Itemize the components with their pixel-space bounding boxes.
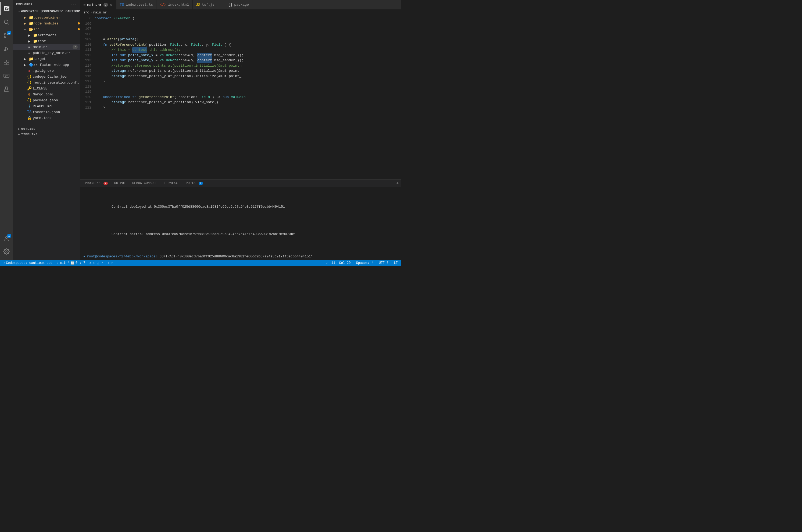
status-errors[interactable]: ⊗ 0 △ 7	[89, 261, 104, 265]
ports-label: PORTS	[186, 182, 195, 185]
package-json-icon: {}	[27, 98, 32, 103]
svg-point-5	[4, 50, 6, 51]
yarn-lock-label: yarn.lock	[33, 116, 80, 120]
artifacts-label: artifacts	[38, 33, 80, 37]
panel-tab-problems[interactable]: PROBLEMS 7	[82, 180, 110, 187]
activity-bar-extensions[interactable]	[0, 56, 13, 69]
tab-main-nr[interactable]: ≡ main.nr 7 ✕	[80, 0, 116, 10]
main-nr-close-button[interactable]: ✕	[110, 2, 113, 8]
sidebar-timeline-section[interactable]: ▶ TIMELINE	[13, 132, 80, 137]
activity-bar-source-control[interactable]: 1	[0, 29, 13, 42]
code-line-109: #[aztec(private)]	[95, 37, 401, 42]
tab-tsf-js[interactable]: JS tsf.js	[193, 0, 225, 10]
problems-label: PROBLEMS	[85, 182, 100, 185]
outline-chevron: ▶	[18, 127, 20, 131]
tab-index-test-ts[interactable]: TS index.test.ts	[116, 0, 156, 10]
sidebar-header: Explorer ...	[13, 0, 80, 8]
activity-bar-remote[interactable]	[0, 69, 13, 82]
tree-item-node-modules[interactable]: ▶ 📁 node_modules	[13, 20, 80, 26]
breadcrumb-sep: ›	[90, 11, 92, 15]
src-chevron: ▾	[23, 27, 27, 32]
code-line-122: }	[95, 105, 401, 110]
sidebar-outline-section[interactable]: ▶ OUTLINE	[13, 126, 80, 132]
status-line-ending[interactable]: LF	[393, 261, 399, 265]
remote-icon: ⚡	[3, 261, 5, 265]
tree-item-devcontainer[interactable]: ▶ 📁 .devcontainer	[13, 15, 80, 20]
tabs-bar: ≡ main.nr 7 ✕ TS index.test.ts </> index…	[80, 0, 401, 10]
status-remote-ports[interactable]: ⚡ 2	[107, 261, 114, 265]
activity-bar-run[interactable]	[0, 42, 13, 55]
terminal-content[interactable]: Contract deployed at 0x300ec37ba0ff025d8…	[80, 187, 401, 260]
node-modules-dot	[78, 22, 80, 24]
code-line-117: }	[95, 79, 401, 84]
activity-bar-search[interactable]	[0, 16, 13, 28]
zk-factor-chevron: ▶	[23, 62, 27, 67]
panel: PROBLEMS 7 OUTPUT DEBUG CONSOLE TERMINAL	[80, 179, 401, 260]
editor-area: ≡ main.nr 7 ✕ TS index.test.ts </> index…	[80, 0, 401, 260]
accounts-badge: 1	[7, 234, 11, 238]
tree-item-codegen-cache[interactable]: {} codegenCache.json	[13, 74, 80, 79]
output-label: OUTPUT	[114, 182, 126, 185]
tree-item-src[interactable]: ▾ 📂 src	[13, 26, 80, 32]
terminal-line-2: Contract partial address 0x037ea570c2c1b…	[83, 227, 398, 242]
devcontainer-folder-icon: 📁	[29, 15, 33, 20]
tree-item-artifacts[interactable]: ▶ 📁 artifacts	[13, 32, 80, 38]
status-remote-button[interactable]: ⚡ Codespaces: cautious cod	[2, 261, 54, 265]
panel-tab-ports[interactable]: PORTS 2	[183, 180, 205, 187]
codegen-cache-label: codegenCache.json	[33, 75, 80, 79]
package-json-label: package.json	[33, 98, 80, 102]
terminal-line-1: Contract deployed at 0x300ec37ba0ff025d8…	[83, 200, 398, 215]
terminal-line-3: ● root@codespaces-f274eb:~/workspace# CO…	[83, 254, 398, 259]
tree-item-main-nr[interactable]: ≡ main.nr 7	[13, 44, 80, 50]
code-line-6: contract ZKFactor {	[95, 16, 401, 21]
panel-tab-terminal[interactable]: TERMINAL	[161, 180, 182, 187]
sidebar-menu-button[interactable]: ...	[70, 3, 77, 6]
src-folder-icon: 📂	[29, 27, 33, 32]
activity-bar-accounts[interactable]: 1	[0, 232, 13, 245]
tree-item-tsconfig[interactable]: TS tsconfig.json	[13, 109, 80, 115]
status-encoding[interactable]: UTF-8	[378, 261, 390, 265]
tree-item-zk-factor-web-app[interactable]: ▶ 🔷 zk-factor-web-app	[13, 62, 80, 68]
tab-package[interactable]: {} package	[225, 0, 257, 10]
tree-item-test[interactable]: ▶ 📁 test	[13, 38, 80, 44]
timeline-label: TIMELINE	[21, 133, 38, 136]
tree-item-package-json[interactable]: {} package.json	[13, 97, 80, 103]
status-branch[interactable]: ⑂ main* 🔄 0 ↓ 7	[56, 261, 86, 265]
license-icon: 🔑	[27, 86, 32, 91]
problems-badge: 7	[104, 182, 108, 185]
status-left: ⚡ Codespaces: cautious cod ⑂ main* 🔄 0 ↓…	[2, 261, 114, 265]
breadcrumb-src[interactable]: src	[83, 11, 89, 15]
tree-item-nargo-toml[interactable]: ⚙ Nargo.toml	[13, 91, 80, 97]
yarn-lock-icon: 🔒	[27, 116, 32, 120]
breadcrumb-file[interactable]: main.nr	[93, 11, 107, 15]
tree-item-gitignore[interactable]: ◈ .gitignore	[13, 68, 80, 74]
panel-tab-output[interactable]: OUTPUT	[112, 180, 129, 187]
tree-item-target[interactable]: ▶ 📁 target	[13, 56, 80, 62]
workspace-title[interactable]: ▾ WORKSPACE [CODESPACES: CAUTIOUS C...	[13, 8, 80, 15]
activity-bar-testing[interactable]	[0, 83, 13, 96]
tree-item-jest-config[interactable]: {} jest.integration.config.json	[13, 79, 80, 86]
folder-icon: ▶	[23, 21, 27, 26]
package-tab-label: package	[234, 3, 249, 7]
target-label: target	[33, 57, 80, 61]
status-position[interactable]: Ln 11, Col 29	[324, 261, 352, 265]
panel-tab-debug-console[interactable]: DEBUG CONSOLE	[130, 180, 160, 187]
debug-console-label: DEBUG CONSOLE	[132, 182, 157, 185]
panel-add-button[interactable]: +	[396, 181, 399, 186]
code-line-106	[95, 21, 401, 26]
code-editor[interactable]: 6 106 107 108 109 110 111 112 113 114 11…	[80, 16, 401, 179]
status-spaces[interactable]: Spaces: 4	[355, 261, 375, 265]
tree-item-yarn-lock[interactable]: 🔒 yarn.lock	[13, 115, 80, 121]
public-key-note-label: public_key_note.nr	[33, 51, 80, 55]
tree-item-public-key-note[interactable]: ≡ public_key_note.nr	[13, 50, 80, 56]
activity-bar-settings[interactable]	[0, 245, 13, 258]
sidebar-title: Explorer	[16, 3, 33, 6]
tree-item-readme[interactable]: ℹ README.md	[13, 103, 80, 109]
tree-item-license[interactable]: 🔑 LICENSE	[13, 86, 80, 91]
activity-bar-explorer[interactable]	[0, 2, 13, 15]
tsconfig-label: tsconfig.json	[33, 110, 80, 114]
main-nr-file-icon: ≡	[27, 44, 32, 50]
tab-index-html[interactable]: </> index.html	[156, 0, 192, 10]
main-nr-label: main.nr	[33, 45, 73, 49]
app-container: 1 1	[0, 0, 401, 266]
